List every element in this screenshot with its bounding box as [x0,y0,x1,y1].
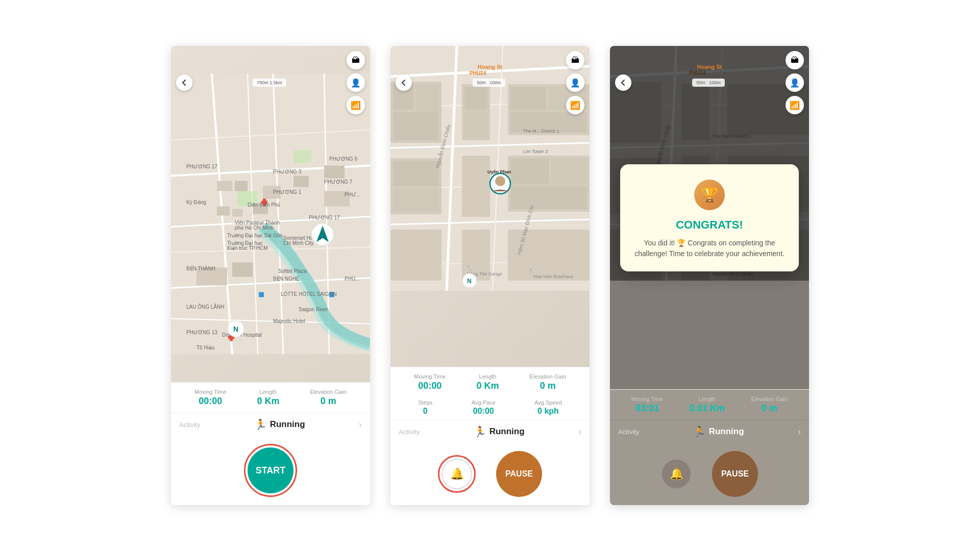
avg-pace-label: Avg.Pace [472,399,496,406]
svg-text:The M... District 1: The M... District 1 [523,129,559,134]
svg-rect-18 [232,209,242,217]
svg-text:Hoa Vien Brauhaus: Hoa Vien Brauhaus [533,274,573,279]
elevation-stat-3: Elevation Gain 0 m [751,396,788,414]
bell-btn-wrapper: 🔔 [438,455,476,493]
mountain-btn-3[interactable]: 🏔 [786,51,804,69]
chevron-right-3[interactable]: › [798,427,801,437]
scale-label-3: 50m 100m [696,80,721,85]
steps-label: Steps [418,399,432,406]
wifi-btn-1[interactable]: 📶 [347,96,365,114]
length-label-3: Length [690,396,725,402]
svg-rect-87 [551,158,587,184]
svg-text:Trường Đại học Sài Gòn: Trường Đại học Sài Gòn [227,233,283,238]
activity-bar-1: Activity 🏃 Running › [171,413,370,436]
activity-label-3: Activity [618,428,639,436]
screen1: PHƯƠNG 17 PHƯỜNG 6 PHƯỜNG 7 PHƯỜNG 3 PHƯ… [171,46,370,505]
svg-text:Tô Hiếu: Tô Hiếu [197,345,214,350]
svg-text:Kiến trúc TP.HCM: Kiến trúc TP.HCM [227,245,268,251]
running-icon-3: 🏃 [693,425,706,438]
moving-time-label-2: Moving Time [414,373,446,380]
svg-text:PHƯỜNG 3: PHƯỜNG 3 [273,169,302,174]
length-stat-1: Length 0 Km [257,389,279,407]
activity-bar-2: Activity 🏃 Running › [390,420,590,443]
moving-time-value-3: 03:01 [631,403,663,414]
moving-time-stat-2: Moving Time 00:00 [414,373,446,391]
activity-bar-3: Activity 🏃 Running › [610,420,809,443]
svg-text:Chi Minh City: Chi Minh City [283,240,313,246]
map-area-2: Nguyễn Đình Chiểu Hẻm 30 Mạc Đĩnh Chi PH… [390,46,590,367]
svg-rect-73 [393,112,439,140]
controls-area-1: START [171,436,370,505]
back-button-1[interactable] [176,74,192,91]
svg-text:Majestic Hotel: Majestic Hotel [273,318,305,324]
length-label-1: Length [257,389,279,395]
svg-text:PHƯƠNG 17: PHƯƠNG 17 [186,164,217,169]
scale-bar-3: 50m 100m [692,79,725,87]
bell-button[interactable]: 🔔 [442,459,472,489]
scale-label-1: 750m 1.5km [257,80,282,85]
svg-rect-76 [464,112,487,138]
start-button[interactable]: START [248,447,293,493]
mountain-btn-2[interactable]: 🏔 [566,51,584,69]
moving-time-value-1: 00:00 [194,396,226,407]
elevation-value-3: 0 m [751,403,788,414]
length-value-3: 0.01 Km [690,403,725,414]
svg-rect-14 [235,181,248,191]
svg-rect-21 [324,166,345,179]
scale-bar-2: 50m 100m [473,79,505,87]
wifi-btn-2[interactable]: 📶 [566,96,584,114]
pause-button-2[interactable]: PAUSE [496,451,542,497]
congrats-title: CONGRATS! [632,218,787,232]
running-icon-1: 🏃 [254,418,267,431]
person-btn-2[interactable]: 👤 [566,73,584,92]
main-container: PHƯƠNG 17 PHƯỜNG 6 PHƯỜNG 7 PHƯỜNG 3 PHƯ… [0,0,980,551]
chevron-right-2[interactable]: › [578,427,581,437]
avg-pace-stat: Avg.Pace 00:00 [472,399,496,416]
svg-text:LAU ÔNG LÃNH: LAU ÔNG LÃNH [186,304,224,310]
svg-text:LOTTE HOTEL SAIGON: LOTTE HOTEL SAIGON [281,291,337,297]
svg-rect-89 [390,230,442,281]
svg-rect-88 [510,186,587,209]
person-btn-3[interactable]: 👤 [786,73,804,92]
mountain-btn-1[interactable]: 🏔 [347,51,365,69]
stats-bar-3: Moving Time 03:01 Length 0.01 Km Elevati… [610,389,809,420]
activity-name-1: 🏃 Running [254,418,305,431]
bell-button-3[interactable]: 🔔 [661,459,692,489]
svg-rect-28 [259,292,264,297]
activity-label-1: Activity [179,421,200,429]
svg-rect-13 [217,181,232,191]
scale-bar-1: 750m 1.5km [253,79,286,87]
elevation-label-3: Elevation Gain [751,396,788,402]
map-controls-3: 🏔 👤 📶 [786,51,804,114]
activity-name-2: 🏃 Running [474,425,525,438]
back-button-3[interactable] [615,74,631,91]
map-area-1: PHƯƠNG 17 PHƯỜNG 6 PHƯỜNG 7 PHƯỜNG 3 PHƯ… [171,46,370,382]
steps-value: 0 [418,407,432,416]
svg-text:N: N [233,325,238,333]
activity-name-text-2: Running [489,427,525,437]
wifi-btn-3[interactable]: 📶 [786,96,804,114]
trophy-icon: 🏆 [694,180,725,210]
svg-text:PHƯỜNG 13: PHƯỜNG 13 [186,330,217,335]
start-btn-wrapper: START [244,444,297,497]
svg-rect-16 [293,176,309,187]
pause-button-3[interactable]: PAUSE [712,451,758,497]
avg-speed-stat: Avg.Speed 0 kph [534,399,562,416]
svg-rect-83 [393,189,439,212]
svg-rect-23 [232,263,253,277]
scale-label-2: 50m 100m [477,80,501,85]
person-btn-1[interactable]: 👤 [347,73,365,92]
svg-text:BẾN THÀNH: BẾN THÀNH [186,265,215,271]
activity-name-3: 🏃 Running [693,425,744,438]
svg-text:PHƯỜNG 6: PHƯỜNG 6 [329,156,358,162]
svg-text:Saigon River: Saigon River [299,307,328,312]
elevation-stat-1: Elevation Gain 0 m [310,389,347,407]
length-stat-3: Length 0.01 Km [690,396,725,414]
moving-time-label-1: Moving Time [194,389,226,395]
elevation-label-1: Elevation Gain [310,389,347,395]
svg-text:Uyên Phan: Uyên Phan [487,169,511,174]
chevron-right-1[interactable]: › [359,419,362,430]
svg-text:Lim Tower 3: Lim Tower 3 [523,149,548,154]
map-top-bar-2: 50m 100m 🏔 👤 📶 [396,51,584,114]
back-button-2[interactable] [396,74,412,91]
